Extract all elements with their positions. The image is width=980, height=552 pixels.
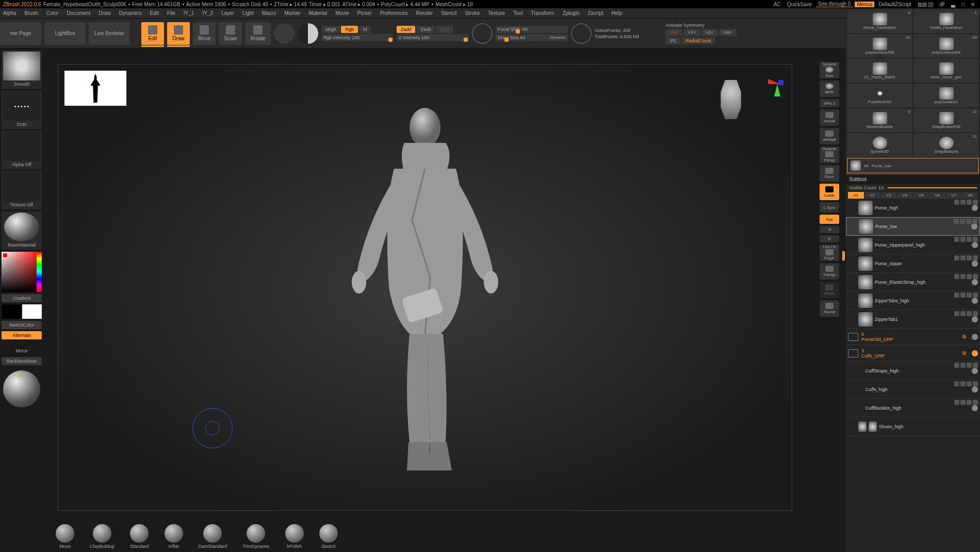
vtab[interactable]: V5	[913, 192, 929, 199]
vtab[interactable]: V6	[929, 192, 945, 199]
eye-icon[interactable]	[972, 298, 978, 304]
brush-selector[interactable]: Smooth	[2, 51, 42, 89]
hue-strip[interactable]	[37, 252, 42, 292]
quicksave-button[interactable]: QuickSave	[785, 2, 814, 7]
brush-inflat[interactable]: Inflat	[165, 524, 183, 549]
actual-button[interactable]: Actual	[820, 109, 839, 126]
tool-item[interactable]: 8Ettore_FaceMesh	[847, 9, 912, 33]
seethrough-slider[interactable]: See-through 0	[816, 1, 853, 7]
eye-icon[interactable]	[972, 368, 978, 374]
menu-document[interactable]: Document	[67, 10, 91, 16]
tool-item[interactable]: 11SnapButtonF02	[913, 108, 979, 132]
menu-stroke[interactable]: Stroke	[465, 10, 480, 16]
menu-layer[interactable]: Layer	[221, 10, 234, 16]
menu-movie[interactable]: Movie	[335, 10, 349, 16]
menu-file[interactable]: File	[167, 10, 175, 16]
zadd-button[interactable]: Zadd	[397, 26, 416, 33]
msym-button[interactable]: >M<	[719, 29, 737, 36]
brush-trimdynamic[interactable]: TrimDynamic	[242, 524, 270, 549]
xpose-button[interactable]: Xpose	[820, 300, 839, 317]
m-button[interactable]: M	[359, 26, 371, 33]
color-picker[interactable]	[2, 252, 42, 292]
ac-button[interactable]: AC	[772, 2, 783, 7]
z-intensity-slider[interactable]: Z Intensity 100	[397, 34, 469, 41]
subtool-folder[interactable]: 6PurseOld_GRP⚙	[846, 329, 980, 345]
brush-damstandard[interactable]: DamStandard	[199, 524, 227, 549]
tool-item[interactable]: 20polySurface304	[913, 34, 979, 58]
rotate-button[interactable]: Rotate	[245, 22, 270, 45]
tool-item-selected[interactable]: 44Purse_low	[847, 158, 979, 173]
close-icon[interactable]: ✕	[969, 2, 977, 7]
focal-gauge[interactable]	[472, 23, 493, 44]
menu-render[interactable]: Render	[416, 10, 433, 16]
move-button[interactable]: Move	[193, 22, 216, 45]
menu-zplugin[interactable]: Zplugin	[563, 10, 580, 16]
menus-button[interactable]: Menus	[855, 2, 874, 7]
brush-slash3[interactable]: Slash3	[319, 524, 338, 549]
sculptris-button[interactable]	[298, 23, 318, 44]
brush-move[interactable]: Move	[56, 524, 74, 549]
aahalf-button[interactable]: AAHalf	[820, 128, 839, 144]
subtool-header[interactable]: Subtool	[846, 174, 980, 184]
restore-icon[interactable]: 🗗	[938, 2, 947, 7]
gear-icon[interactable]: ⚙	[962, 350, 967, 356]
bpr-button[interactable]: BPR	[820, 80, 839, 97]
eye-icon[interactable]	[972, 279, 978, 285]
menu-texture[interactable]: Texture	[488, 10, 505, 16]
menu-marker[interactable]: Marker	[284, 10, 300, 16]
tool-item[interactable]: polySurface1	[913, 84, 979, 107]
menu-draw[interactable]: Draw	[99, 10, 110, 16]
draw-button[interactable]: Draw	[167, 22, 190, 45]
menu-macro[interactable]: Macro	[262, 10, 276, 16]
rot-b-icon[interactable]: ⟳	[820, 235, 839, 242]
tool-item[interactable]: 5ModernBuckle	[847, 108, 912, 132]
eye-icon[interactable]	[972, 386, 978, 393]
polyf-button[interactable]: Line FillPolyF	[820, 245, 839, 261]
lightbox-button[interactable]: LightBox	[44, 22, 86, 45]
mrgb-button[interactable]: Mrgb	[321, 26, 340, 33]
transp-button[interactable]: Transp	[820, 263, 839, 280]
size-gauge[interactable]	[571, 23, 592, 44]
zsub-button[interactable]: Zsub	[416, 26, 435, 33]
liveboolean-button[interactable]: Live Boolean	[89, 22, 130, 45]
subtool-item[interactable]: Purse_high	[846, 199, 980, 217]
subtool-item[interactable]: Shoes_high	[846, 417, 980, 436]
eye-icon[interactable]	[972, 405, 978, 411]
eye-icon[interactable]	[972, 261, 978, 267]
rgb-intensity-slider[interactable]: Rgb Intensity 100	[321, 34, 394, 41]
reference-thumbnail[interactable]	[64, 71, 126, 106]
lsym-button[interactable]: L.Sym	[820, 202, 839, 213]
stroke-selector[interactable]: • • • • •Dots	[2, 91, 42, 129]
tool-item[interactable]: PolyMesh3D	[847, 84, 912, 107]
eye-icon[interactable]	[972, 242, 978, 248]
window-layout-icon[interactable]: ▥▥ ||||	[916, 2, 936, 7]
menu-iy2[interactable]: IY_2	[202, 10, 213, 16]
eye-icon[interactable]	[972, 316, 978, 322]
switchcolor-button[interactable]: SwitchColor	[2, 321, 42, 329]
scale-button[interactable]: Scale	[219, 22, 242, 45]
zcut-button[interactable]: Zcut	[436, 26, 453, 33]
tool-item[interactable]: inner_dress_geo	[913, 59, 979, 83]
axis-gizmo[interactable]	[753, 73, 783, 104]
eye-icon[interactable]	[971, 223, 977, 230]
subtool-item[interactable]: ZipperTabs_high	[846, 291, 980, 310]
xsym-button[interactable]: >X<	[665, 29, 682, 36]
subtool-item[interactable]: Purse_zipper	[846, 254, 980, 273]
floor-button[interactable]: Floor	[820, 165, 839, 182]
solo-button[interactable]: DynamicSolo	[820, 62, 839, 78]
mirror-label[interactable]: Mirror	[2, 347, 42, 355]
edit-button[interactable]: Edit	[141, 22, 164, 45]
viewport[interactable]	[58, 64, 792, 511]
brush-claybuildup[interactable]: ClayBuildup	[90, 524, 115, 549]
persp-button[interactable]: DynamicPersp	[820, 147, 839, 163]
minimize-icon[interactable]: ▃	[949, 2, 957, 7]
vtab[interactable]: V8	[962, 192, 978, 199]
gradient-button[interactable]: Gradient	[2, 294, 42, 302]
menu-zscript[interactable]: Zscript	[587, 10, 603, 16]
eye-icon[interactable]	[972, 334, 978, 340]
alternate-button[interactable]: Alternate	[2, 331, 42, 339]
subtool-item[interactable]: CuffStraps_high	[846, 362, 980, 380]
texture-selector[interactable]: Texture Off	[2, 171, 42, 209]
gyro-button[interactable]	[274, 23, 295, 44]
tool-item[interactable]: 11SnapButtons	[913, 133, 979, 157]
